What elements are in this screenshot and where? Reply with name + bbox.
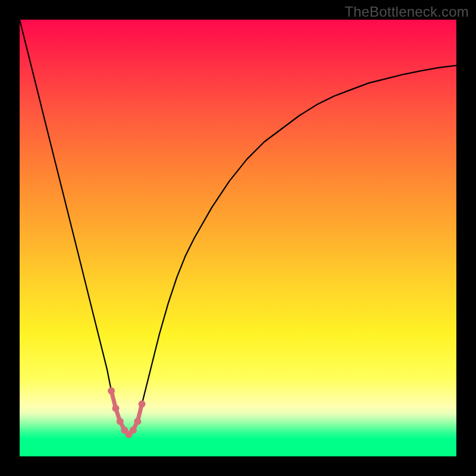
optimal-dot bbox=[139, 400, 146, 408]
optimal-dot bbox=[108, 387, 115, 394]
chart-frame: TheBottleneck.com bbox=[0, 0, 476, 476]
optimal-dot bbox=[117, 418, 124, 425]
optimal-dot bbox=[134, 418, 141, 425]
optimal-dot bbox=[112, 405, 120, 412]
bottleneck-curve bbox=[20, 20, 456, 434]
plot-area bbox=[20, 20, 456, 456]
optimal-dot bbox=[130, 427, 137, 434]
watermark-text: TheBottleneck.com bbox=[345, 4, 469, 20]
curve-svg bbox=[20, 20, 456, 456]
